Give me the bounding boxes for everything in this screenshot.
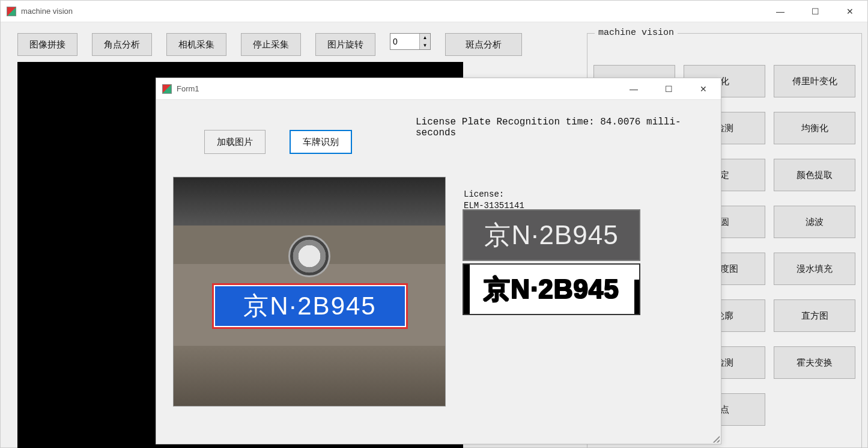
op-equalize-button[interactable]: 均衡化 [774,112,855,144]
dialog-minimize-button[interactable]: — [616,78,651,100]
plate-threshold-image: 京N·2B945 [463,263,640,315]
car-bumper [174,346,445,406]
corner-analysis-button[interactable]: 角点分析 [92,33,152,56]
recognize-plate-button[interactable]: 车牌识别 [290,130,352,154]
spinner-down-icon[interactable]: ▼ [420,41,430,49]
op-filter-button[interactable]: 滤波 [774,206,855,238]
dialog-app-icon [162,84,172,94]
op-hough-button[interactable]: 霍夫变换 [774,346,855,379]
maximize-button[interactable]: ☐ [798,1,833,22]
plate-detection-box: 京N·2B945 [212,283,408,329]
op-floodfill-button[interactable]: 漫水填充 [774,253,855,285]
stop-capture-button[interactable]: 停止采集 [241,33,301,56]
load-image-button[interactable]: 加载图片 [204,130,266,154]
resize-grip-icon[interactable] [711,434,720,443]
dialog-close-button[interactable]: ✕ [686,78,721,100]
form1-dialog: Form1 — ☐ ✕ License Plate Recognition ti… [156,78,721,444]
dialog-title: Form1 [177,84,199,93]
minimize-button[interactable]: — [763,1,798,22]
rotate-spinner[interactable]: ▲ ▼ [390,33,431,50]
car-image: 京N·2B945 [173,177,446,407]
dialog-toolbar: 加载图片 车牌识别 [204,130,352,154]
dialog-body: License Plate Recognition time: 84.0076 … [156,100,721,444]
op-histogram-button[interactable]: 直方图 [774,299,855,332]
main-window: machine vision — ☐ ✕ 图像拼接 角点分析 相机采集 停止采集… [0,0,868,448]
car-emblem-icon [288,235,330,277]
plate-threshold-text: 京N·2B945 [484,272,619,307]
groupbox-title: machine vision [595,28,678,38]
car-rear-window [174,177,445,226]
main-toolbar: 图像拼接 角点分析 相机采集 停止采集 图片旋转 ▲ ▼ 斑点分析 [17,33,522,56]
rotate-value-input[interactable] [390,34,419,49]
license-plate: 京N·2B945 [214,285,406,327]
image-stitch-button[interactable]: 图像拼接 [17,33,77,56]
app-icon [7,7,16,16]
spinner-up-icon[interactable]: ▲ [420,34,430,41]
op-fourier-button[interactable]: 傅里叶变化 [774,65,855,97]
license-result-label: License: ELM-31351141 [464,189,524,212]
image-rotate-button[interactable]: 图片旋转 [315,33,375,56]
recognition-time-label: License Plate Recognition time: 84.0076 … [416,117,721,138]
close-button[interactable]: ✕ [833,1,867,22]
dialog-titlebar: Form1 — ☐ ✕ [156,78,721,100]
client-area: 图像拼接 角点分析 相机采集 停止采集 图片旋转 ▲ ▼ 斑点分析 machin… [1,22,867,447]
dialog-maximize-button[interactable]: ☐ [651,78,686,100]
camera-capture-button[interactable]: 相机采集 [166,33,226,56]
plate-grayscale-image: 京N·2B945 [463,209,640,261]
blob-analysis-button[interactable]: 斑点分析 [445,33,522,56]
main-title: machine vision [21,7,73,16]
op-color-extract-button[interactable]: 颜色提取 [774,159,855,191]
main-titlebar: machine vision — ☐ ✕ [1,1,867,22]
